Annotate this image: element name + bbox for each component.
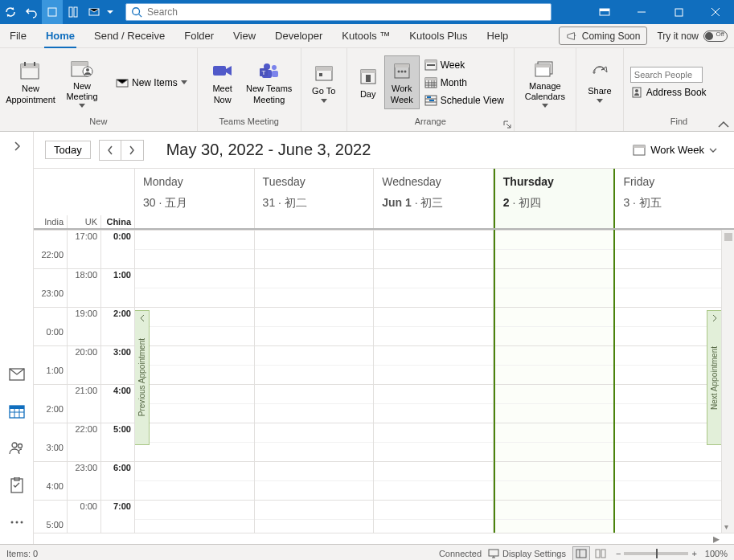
day-column-mon[interactable] [135, 230, 255, 533]
search-input[interactable] [147, 6, 546, 18]
horizontal-scrollbar[interactable]: ▸ [34, 533, 734, 544]
dialog-launcher-icon[interactable] [502, 120, 512, 129]
svg-rect-0 [48, 8, 56, 16]
expand-nav-icon[interactable] [5, 137, 29, 156]
sync-icon[interactable] [0, 0, 21, 24]
view-reading-button[interactable] [592, 546, 609, 561]
more-nav-icon[interactable] [6, 512, 27, 533]
schedule-view-button[interactable]: Schedule View [420, 92, 509, 109]
day-column-thu[interactable] [494, 230, 616, 533]
chevron-down-icon [709, 148, 717, 153]
address-book-button[interactable]: Address Book [630, 86, 707, 99]
svg-rect-36 [425, 60, 437, 63]
vertical-scrollbar[interactable]: ▾ [721, 230, 734, 533]
view-picker[interactable]: Work Week [627, 141, 723, 160]
next-appointment-button[interactable]: Next Appointment [707, 310, 721, 445]
day-header-wed[interactable]: Wednesday Jun 1 · 初三 [374, 169, 494, 228]
month-button[interactable]: Month [420, 74, 509, 92]
svg-point-57 [20, 521, 23, 524]
collapse-ribbon-icon[interactable] [718, 121, 729, 129]
svg-rect-1 [69, 7, 72, 17]
meet-now-button[interactable]: Meet Now [203, 56, 243, 108]
try-toggle[interactable]: Off [703, 31, 728, 42]
mail-nav-icon[interactable] [6, 364, 27, 385]
day-column-wed[interactable] [374, 230, 494, 533]
qat-item[interactable] [63, 0, 84, 24]
day-column-tue[interactable] [255, 230, 375, 533]
tab-developer[interactable]: Developer [265, 24, 332, 47]
day-header-mon[interactable]: Monday 30 · 五月 [135, 169, 255, 228]
tab-view[interactable]: View [223, 24, 265, 47]
minimize-button[interactable] [623, 0, 660, 24]
tab-folder[interactable]: Folder [174, 24, 223, 47]
svg-point-56 [15, 521, 18, 524]
status-items: Items: 0 [6, 549, 38, 558]
zoom-control[interactable]: − + 100% [616, 549, 728, 558]
undo-icon[interactable] [21, 0, 42, 24]
svg-point-19 [272, 65, 277, 70]
zoom-percent[interactable]: 100% [705, 549, 728, 558]
day-header-thu[interactable]: Thursday 2 · 初四 [494, 169, 616, 228]
prev-week-button[interactable] [99, 140, 121, 161]
svg-point-55 [10, 521, 13, 524]
chevron-down-icon [542, 104, 548, 108]
day-header-row: India UK China Monday 30 · 五月 Tuesday 31… [34, 169, 734, 230]
next-week-button[interactable] [121, 140, 144, 161]
qat-item[interactable] [84, 0, 105, 24]
tab-help[interactable]: Help [478, 24, 519, 47]
search-icon [131, 6, 142, 18]
tab-kutools[interactable]: Kutools ™ [332, 24, 400, 47]
tab-home[interactable]: Home [36, 24, 84, 47]
work-week-button[interactable]: Work Week [384, 55, 420, 108]
manage-calendars-button[interactable]: Manage Calendars [519, 54, 571, 111]
calendar-grid[interactable]: 22:0023:000:001:002:003:004:005:0017:001… [34, 230, 734, 533]
day-button[interactable]: Day [352, 62, 384, 103]
manage-calendars-icon [532, 57, 558, 80]
qat-customize-icon[interactable] [105, 0, 116, 24]
tab-kutools-plus[interactable]: Kutools Plus [400, 24, 477, 47]
coming-soon-button[interactable]: Coming Soon [559, 27, 648, 45]
zoom-slider[interactable] [624, 552, 688, 555]
zoom-out-button[interactable]: − [616, 549, 621, 558]
calendar-header: Today May 30, 2022 - June 3, 2022 Work W… [34, 132, 734, 169]
day-header-fri[interactable]: Friday 3 · 初五 [615, 169, 734, 228]
chevron-left-icon [139, 314, 146, 322]
previous-appointment-button[interactable]: Previous Appointment [135, 310, 150, 445]
tasks-nav-icon[interactable] [6, 475, 27, 496]
display-settings-button[interactable]: Display Settings [488, 549, 566, 558]
new-meeting-button[interactable]: New Meeting [56, 54, 108, 111]
try-it-now[interactable]: Try it now Off [650, 24, 734, 47]
new-items-button[interactable]: New Items [111, 74, 192, 92]
zoom-in-button[interactable]: + [691, 549, 696, 558]
address-book-icon [630, 86, 643, 99]
view-normal-button[interactable] [572, 546, 590, 561]
close-button[interactable] [697, 0, 734, 24]
svg-rect-13 [72, 62, 88, 66]
people-nav-icon[interactable] [6, 438, 27, 459]
week-button[interactable]: Week [420, 56, 509, 74]
maximize-button[interactable] [660, 0, 697, 24]
search-box[interactable] [125, 3, 552, 21]
search-people-input[interactable] [630, 67, 703, 83]
new-appointment-button[interactable]: New Appointment [5, 56, 56, 108]
svg-rect-45 [535, 64, 550, 67]
svg-point-52 [18, 444, 22, 448]
tab-file[interactable]: File [0, 24, 36, 47]
group-label-arrange: Arrange [347, 116, 514, 131]
new-teams-meeting-button[interactable]: T New Teams Meeting [243, 56, 296, 108]
work-week-icon [389, 59, 415, 82]
today-button[interactable]: Today [45, 141, 91, 159]
day-header-tue[interactable]: Tuesday 31 · 初二 [255, 169, 375, 228]
svg-rect-9 [21, 64, 39, 68]
ribbon-display-icon[interactable] [586, 0, 623, 24]
tab-send-receive[interactable]: Send / Receive [84, 24, 174, 47]
display-icon [488, 549, 499, 558]
svg-rect-26 [319, 73, 322, 76]
qat-item[interactable] [42, 0, 63, 24]
svg-rect-37 [427, 64, 435, 66]
teams-icon: T [256, 59, 282, 82]
svg-rect-50 [10, 406, 24, 409]
share-button[interactable]: Share [581, 59, 618, 105]
goto-button[interactable]: Go To [306, 59, 342, 105]
calendar-nav-icon[interactable] [6, 401, 27, 422]
